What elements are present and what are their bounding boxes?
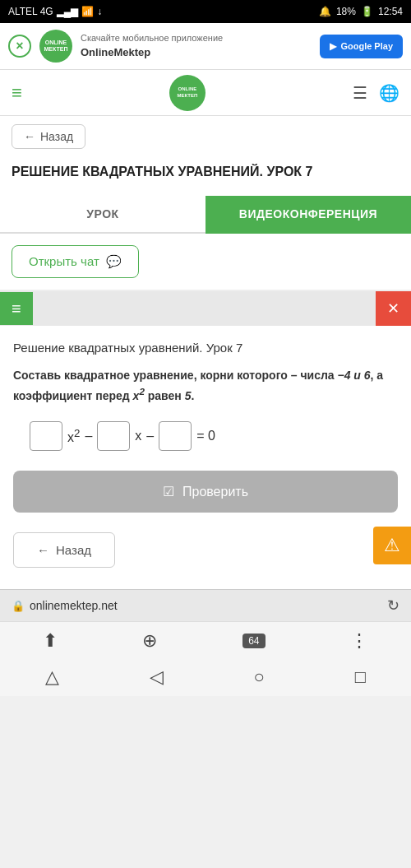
banner-description: Скачайте мобильное приложение OnlineMekt…: [81, 32, 312, 60]
battery-icon: 🔋: [361, 6, 373, 17]
share-icon[interactable]: ⬆: [43, 630, 58, 652]
close-icon: ×: [16, 39, 23, 53]
open-chat-button[interactable]: Открыть чат 💬: [12, 245, 139, 278]
address-bar: 🔒 onlinemektep.net ↻: [0, 589, 411, 621]
content-panel: ≡ ✕ Решение квадратных уравнений. Урок 7…: [0, 291, 411, 589]
lesson-tabs: УРОК ВИДЕОКОНФЕРЕНЦИЯ: [0, 196, 411, 234]
battery-label: 18%: [336, 6, 356, 17]
phone-nav: △ ◁ ○ □: [0, 660, 411, 696]
address-content: 🔒 onlinemektep.net: [12, 599, 381, 612]
google-play-label: Google Play: [340, 41, 393, 51]
panel-close-icon: ✕: [387, 300, 399, 317]
panel-header: ≡ ✕: [0, 291, 411, 326]
exercise-area: Решение квадратных уравнений. Урок 7 Сос…: [0, 326, 411, 589]
back-button-label: Назад: [40, 130, 73, 143]
banner-logo: ONLINE МЕКТЕП: [39, 30, 72, 63]
banner-logo-text: ONLINE МЕКТЕП: [44, 39, 68, 53]
list-icon[interactable]: ☰: [353, 83, 367, 103]
x-squared-symbol: x2: [67, 427, 80, 445]
nav-logo: ONLINE МЕКТЕП: [169, 75, 206, 111]
x-symbol: x: [135, 429, 141, 443]
globe-icon[interactable]: 🌐: [379, 83, 399, 103]
panel-menu-icon: ≡: [12, 299, 21, 318]
back-arrow-icon: ←: [24, 130, 35, 143]
phone-triangle-icon[interactable]: △: [45, 666, 59, 688]
exercise-title: Решение квадратных уравнений. Урок 7: [13, 341, 398, 355]
lesson-title: РЕШЕНИЕ КВАДРАТНЫХ УРАВНЕНИЙ. УРОК 7: [12, 157, 399, 188]
hamburger-menu-icon[interactable]: ≡: [12, 82, 22, 104]
nav-logo-text: ONLINE МЕКТЕП: [178, 86, 198, 98]
nav-bar: ≡ ONLINE МЕКТЕП ☰ 🌐: [0, 70, 411, 116]
alert-fab[interactable]: ⚠: [373, 527, 411, 564]
phone-recents-icon[interactable]: □: [355, 666, 366, 688]
equals-zero-symbol: = 0: [196, 429, 215, 443]
chat-label: Открыть чат: [29, 254, 99, 268]
google-play-button[interactable]: ▶ Google Play: [320, 35, 403, 58]
coefficient-c-input[interactable]: [159, 421, 192, 451]
tab-videoconference[interactable]: ВИДЕОКОНФЕРЕНЦИЯ: [206, 196, 411, 234]
problem-bold-text: Составь квадратное уравнение, корни кото…: [13, 369, 383, 402]
lock-icon: 🔒: [12, 600, 25, 612]
minus-symbol-1: –: [85, 429, 92, 443]
phone-home-icon[interactable]: ○: [254, 666, 265, 688]
wifi-icon: 📶: [81, 6, 94, 17]
back-nav-label: Назад: [56, 543, 91, 557]
play-icon: ▶: [330, 41, 336, 52]
panel-close-button[interactable]: ✕: [376, 291, 411, 326]
carrier-label: ALTEL 4G: [8, 6, 53, 17]
notification-icon: 🔔: [319, 6, 331, 17]
equation-row: x2 – x – = 0: [30, 421, 398, 451]
download-icon: ↓: [97, 6, 102, 17]
bottom-browser-nav: ⬆ ⊕ 64 ⋮: [0, 621, 411, 660]
add-tab-icon[interactable]: ⊕: [142, 630, 157, 652]
alert-icon: ⚠: [384, 535, 400, 556]
exercise-problem: Составь квадратное уравнение, корни кото…: [13, 366, 398, 405]
banner-desc-line2: OnlineMektep: [81, 45, 312, 60]
tab-lesson-label: УРОК: [86, 207, 118, 220]
refresh-icon[interactable]: ↻: [387, 596, 399, 615]
chat-icon: 💬: [106, 254, 122, 269]
page-header: ← Назад РЕШЕНИЕ КВАДРАТНЫХ УРАВНЕНИЙ. УР…: [0, 116, 411, 196]
check-icon: ☑: [163, 484, 174, 499]
back-nav-button[interactable]: ← Назад: [13, 532, 115, 568]
more-options-icon[interactable]: ⋮: [350, 630, 368, 652]
app-banner: × ONLINE МЕКТЕП Скачайте мобильное прило…: [0, 23, 411, 70]
back-nav-area: ← Назад: [13, 526, 398, 574]
url-text[interactable]: onlinemektep.net: [30, 599, 118, 612]
phone-back-icon[interactable]: ◁: [150, 666, 164, 688]
coefficient-a-input[interactable]: [30, 421, 62, 451]
status-right: 🔔 18% 🔋 12:54: [319, 6, 403, 17]
status-bar: ALTEL 4G ▂▄▆ 📶 ↓ 🔔 18% 🔋 12:54: [0, 0, 411, 23]
coefficient-b-input[interactable]: [97, 421, 130, 451]
time-label: 12:54: [378, 6, 403, 17]
minus-symbol-2: –: [146, 429, 154, 443]
chat-area: Открыть чат 💬: [0, 234, 411, 291]
back-nav-arrow-icon: ←: [37, 543, 49, 557]
panel-menu-button[interactable]: ≡: [0, 292, 33, 325]
status-left: ALTEL 4G ▂▄▆ 📶 ↓: [8, 6, 102, 17]
check-button[interactable]: ☑ Проверить: [13, 471, 398, 513]
tab-lesson[interactable]: УРОК: [0, 196, 206, 234]
banner-desc-line1: Скачайте мобильное приложение: [81, 32, 312, 44]
banner-close-button[interactable]: ×: [8, 35, 31, 58]
signal-icon: ▂▄▆: [57, 6, 79, 17]
nav-right-icons: ☰ 🌐: [353, 83, 399, 103]
back-button-top[interactable]: ← Назад: [12, 124, 85, 149]
tab-count-badge[interactable]: 64: [242, 634, 265, 648]
check-label: Проверить: [182, 485, 248, 499]
tab-videoconference-label: ВИДЕОКОНФЕРЕНЦИЯ: [239, 207, 377, 220]
